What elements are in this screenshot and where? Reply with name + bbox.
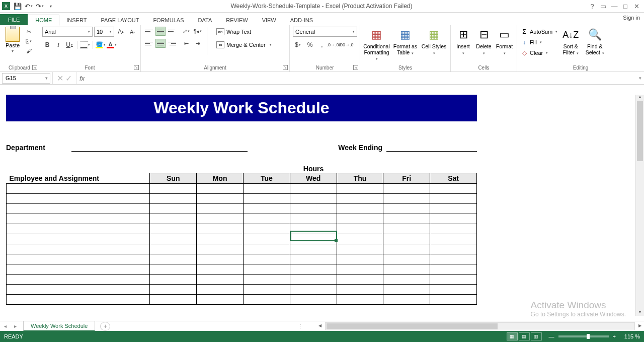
decrease-indent-icon[interactable]: ⇤ bbox=[181, 39, 191, 48]
new-sheet-icon[interactable]: + bbox=[100, 322, 110, 331]
table-cell[interactable] bbox=[7, 275, 150, 285]
table-cell[interactable] bbox=[337, 244, 383, 254]
save-icon[interactable]: 💾 bbox=[13, 2, 22, 11]
font-launcher-icon[interactable]: ↘ bbox=[134, 65, 139, 70]
table-cell[interactable] bbox=[383, 194, 430, 204]
sign-in-link[interactable]: Sign in bbox=[623, 15, 640, 21]
table-cell[interactable] bbox=[197, 295, 244, 305]
table-cell[interactable] bbox=[430, 194, 477, 204]
table-cell[interactable] bbox=[150, 214, 197, 224]
table-cell[interactable] bbox=[383, 254, 430, 264]
table-cell[interactable] bbox=[243, 234, 290, 244]
scroll-thumb[interactable] bbox=[637, 101, 643, 161]
table-cell[interactable] bbox=[197, 254, 244, 264]
table-row[interactable] bbox=[7, 275, 477, 285]
delete-cells-button[interactable]: ⊟Delete▾ bbox=[474, 27, 493, 55]
scroll-left-icon[interactable]: ◀ bbox=[318, 323, 321, 328]
orientation-icon[interactable]: ⤢▾ bbox=[181, 27, 191, 36]
worksheet-area[interactable]: Weekly Work Schedule Department Week End… bbox=[0, 85, 644, 321]
zoom-out-icon[interactable]: — bbox=[549, 333, 554, 339]
clipboard-launcher-icon[interactable]: ↘ bbox=[32, 65, 37, 70]
table-cell[interactable] bbox=[197, 224, 244, 234]
table-cell[interactable] bbox=[337, 295, 383, 305]
table-cell[interactable] bbox=[197, 244, 244, 254]
table-cell[interactable] bbox=[430, 234, 477, 244]
bold-button[interactable]: B bbox=[42, 40, 52, 50]
table-cell[interactable] bbox=[383, 234, 430, 244]
table-cell[interactable] bbox=[430, 264, 477, 275]
table-row[interactable] bbox=[7, 285, 477, 295]
table-cell[interactable] bbox=[197, 204, 244, 214]
font-color-button[interactable]: A▾ bbox=[107, 40, 117, 50]
table-cell[interactable] bbox=[383, 244, 430, 254]
table-cell[interactable] bbox=[430, 214, 477, 224]
conditional-formatting-button[interactable]: ▦Conditional Formatting ▾ bbox=[363, 27, 390, 61]
table-cell[interactable] bbox=[150, 254, 197, 264]
table-cell[interactable] bbox=[430, 285, 477, 295]
format-painter-icon[interactable]: 🖌 bbox=[24, 47, 33, 55]
table-cell[interactable] bbox=[243, 295, 290, 305]
table-row[interactable] bbox=[7, 234, 477, 244]
vertical-scrollbar[interactable]: ▲ ▼ bbox=[635, 95, 644, 316]
horizontal-scrollbar[interactable]: ◀ ▶ bbox=[325, 322, 635, 330]
table-cell[interactable] bbox=[337, 275, 383, 285]
italic-button[interactable]: I bbox=[53, 40, 63, 50]
close-icon[interactable]: ✕ bbox=[632, 2, 641, 11]
table-cell[interactable] bbox=[290, 214, 337, 224]
wrap-text-button[interactable]: abWrap Text bbox=[214, 27, 274, 37]
zoom-level[interactable]: 115 % bbox=[616, 333, 640, 339]
table-row[interactable] bbox=[7, 224, 477, 234]
qat-customize-icon[interactable]: ▾ bbox=[46, 2, 55, 11]
formula-input[interactable] bbox=[88, 73, 636, 84]
clear-button[interactable]: ◇Clear▾ bbox=[520, 48, 557, 58]
align-center-icon[interactable] bbox=[155, 39, 166, 48]
scroll-up-icon[interactable]: ▲ bbox=[636, 95, 644, 101]
insert-cells-button[interactable]: ⊞Insert▾ bbox=[454, 27, 472, 55]
cut-icon[interactable]: ✂ bbox=[24, 28, 33, 36]
table-cell[interactable] bbox=[243, 224, 290, 234]
table-cell[interactable] bbox=[7, 295, 150, 305]
table-cell[interactable] bbox=[383, 224, 430, 234]
sort-filter-button[interactable]: A↓ZSort & Filter ▾ bbox=[559, 27, 582, 55]
table-row[interactable] bbox=[7, 204, 477, 214]
table-cell[interactable] bbox=[150, 285, 197, 295]
ribbon-options-icon[interactable]: ▭ bbox=[599, 2, 608, 11]
table-cell[interactable] bbox=[337, 254, 383, 264]
table-cell[interactable] bbox=[7, 184, 150, 194]
tab-addins[interactable]: ADD-INS bbox=[283, 15, 320, 25]
table-cell[interactable] bbox=[290, 254, 337, 264]
align-right-icon[interactable] bbox=[167, 39, 177, 48]
table-cell[interactable] bbox=[430, 204, 477, 214]
expand-formula-bar-icon[interactable]: ▾ bbox=[636, 76, 644, 81]
table-cell[interactable] bbox=[197, 234, 244, 244]
align-top-icon[interactable] bbox=[144, 27, 154, 36]
table-cell[interactable] bbox=[290, 204, 337, 214]
help-icon[interactable]: ? bbox=[588, 2, 597, 11]
table-cell[interactable] bbox=[7, 234, 150, 244]
table-row[interactable] bbox=[7, 295, 477, 305]
table-cell[interactable] bbox=[383, 295, 430, 305]
format-cells-button[interactable]: ▭Format▾ bbox=[495, 27, 514, 55]
redo-icon[interactable]: ↷▾ bbox=[35, 2, 44, 11]
find-select-button[interactable]: 🔍Find & Select ▾ bbox=[584, 27, 606, 55]
table-cell[interactable] bbox=[337, 264, 383, 275]
copy-icon[interactable]: ⎘▾ bbox=[24, 37, 33, 45]
table-cell[interactable] bbox=[430, 244, 477, 254]
table-cell[interactable] bbox=[290, 224, 337, 234]
tab-data[interactable]: DATA bbox=[191, 15, 219, 25]
fill-color-button[interactable]: 🪣▾ bbox=[96, 40, 106, 50]
table-cell[interactable] bbox=[290, 285, 337, 295]
table-cell[interactable] bbox=[430, 254, 477, 264]
minimize-icon[interactable]: — bbox=[610, 2, 619, 11]
scroll-right-icon[interactable]: ▶ bbox=[638, 323, 641, 328]
table-cell[interactable] bbox=[7, 204, 150, 214]
table-cell[interactable] bbox=[290, 234, 337, 244]
table-cell[interactable] bbox=[383, 204, 430, 214]
percent-format-icon[interactable]: % bbox=[305, 40, 315, 50]
tab-view[interactable]: VIEW bbox=[255, 15, 283, 25]
table-cell[interactable] bbox=[7, 194, 150, 204]
scroll-down-icon[interactable]: ▼ bbox=[636, 310, 644, 316]
number-format-select[interactable]: General▾ bbox=[293, 27, 357, 37]
table-cell[interactable] bbox=[150, 275, 197, 285]
cell-styles-button[interactable]: ▦Cell Styles ▾ bbox=[421, 27, 447, 55]
